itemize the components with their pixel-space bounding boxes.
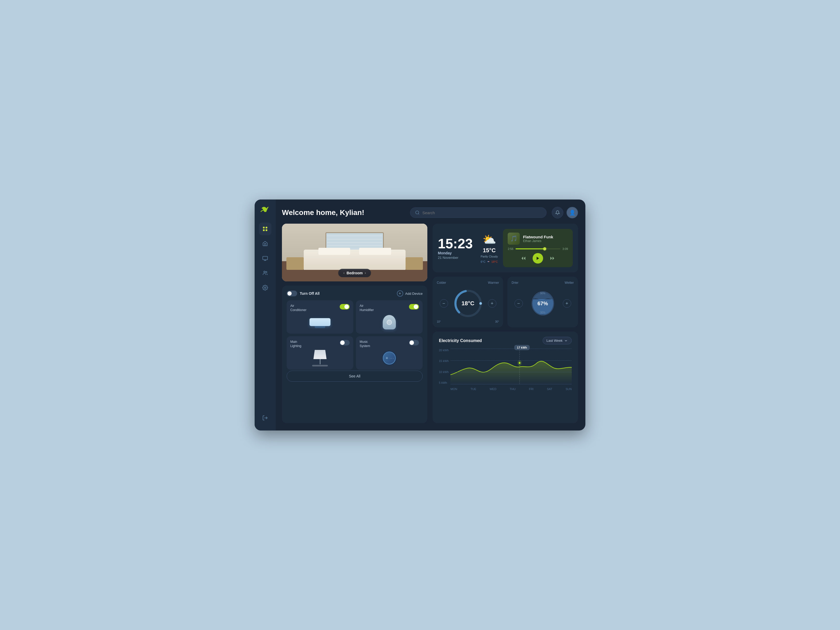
humidity-increase-button[interactable]: + — [563, 299, 571, 308]
see-all-button[interactable]: See All — [287, 371, 423, 382]
period-selector-button[interactable]: Last Week — [543, 337, 572, 344]
temp-increase-button[interactable]: + — [488, 299, 496, 308]
chart-y-labels: 20 kWh 15 kWh 10 kWh 5 kWh — [439, 349, 448, 384]
device-name: MusicSystem — [360, 340, 370, 348]
toggle-knob — [287, 291, 292, 295]
speaker-icon — [383, 352, 396, 365]
svg-point-7 — [264, 287, 266, 289]
progress-section: 2:56 3:09 — [508, 247, 568, 250]
music-system-toggle[interactable] — [409, 340, 419, 346]
humidity-decrease-button[interactable]: − — [515, 299, 523, 308]
svg-point-13 — [387, 357, 387, 357]
air-conditioner-toggle[interactable] — [339, 304, 350, 309]
device-card-header: AirHumidifier — [360, 304, 419, 312]
humidity-value: 67% — [537, 300, 548, 306]
weather-min: 6°C — [481, 260, 485, 263]
weather-max: 18°C — [491, 260, 498, 263]
progress-current: 2:56 — [508, 247, 513, 250]
music-player: 🎵 Flatwound Funk Ethan James 2:56 — [503, 229, 573, 267]
sidebar-item-users[interactable] — [259, 267, 272, 279]
device-grid: AirConditioner — [287, 300, 423, 369]
chevron-down-icon — [564, 339, 568, 343]
user-avatar[interactable]: 👤 — [567, 207, 578, 218]
play-button[interactable] — [533, 253, 543, 264]
device-card-header: MainLighting — [291, 340, 350, 348]
room-next-chevron[interactable]: › — [365, 271, 366, 275]
sidebar-item-dashboard[interactable] — [259, 223, 272, 235]
time-display: 15:23 — [438, 237, 473, 250]
electricity-header: Electricity Consumed Last Week — [439, 337, 572, 344]
app-container: Welcome home, Kylian! 👤 — [255, 199, 585, 431]
temperature-card: Colder Warmer − — [433, 277, 503, 327]
toggle-knob — [344, 305, 349, 309]
x-label-wed: WED — [489, 387, 496, 391]
search-bar[interactable] — [410, 207, 546, 218]
progress-bar[interactable] — [516, 248, 561, 249]
info-card: 15:23 Monday 21 November ⛅ 15°C Partly C… — [433, 224, 578, 273]
main-lighting-toggle[interactable] — [339, 340, 350, 346]
svg-rect-2 — [263, 229, 265, 231]
y-label-20: 20 kWh — [439, 349, 448, 352]
progress-fill — [516, 248, 545, 249]
humidity-high-label: 90% — [540, 292, 545, 295]
turn-off-all-toggle[interactable] — [287, 291, 297, 296]
music-controls — [508, 253, 568, 264]
day-display: Monday — [438, 251, 473, 255]
page-title: Welcome home, Kylian! — [282, 208, 364, 217]
add-device-button[interactable]: + Add Device — [397, 291, 423, 297]
temp-min-label: 10° — [437, 320, 441, 323]
temp-warm-label: Warmer — [488, 281, 499, 284]
y-label-10: 10 kWh — [439, 370, 448, 374]
temperature-value: 18°C — [461, 300, 474, 307]
room-prev-chevron[interactable]: ‹ — [343, 271, 344, 275]
temperature-header: Colder Warmer — [437, 281, 499, 284]
notification-button[interactable] — [552, 207, 563, 218]
forward-button[interactable] — [549, 256, 555, 261]
gridline-15 — [450, 360, 572, 361]
toggle-knob — [340, 341, 345, 345]
weather-range: 6°C 18°C — [481, 260, 498, 263]
temperature-gauge-labels: 10° 30° — [437, 320, 499, 323]
left-column: ‹ Bedroom › Turn Off All — [282, 224, 427, 423]
chart-main: 17 kWh — [450, 349, 572, 384]
x-label-mon: MON — [450, 387, 457, 391]
sidebar-item-settings[interactable] — [259, 281, 272, 294]
search-input[interactable] — [422, 210, 542, 215]
turn-off-all: Turn Off All — [287, 291, 319, 296]
toggle-knob — [409, 341, 414, 345]
sidebar-nav — [259, 223, 272, 412]
svg-rect-3 — [266, 229, 267, 231]
temp-decrease-button[interactable]: − — [440, 299, 448, 308]
app-logo[interactable] — [261, 206, 270, 214]
sidebar-item-logout[interactable] — [259, 412, 272, 424]
weather-icon: ⛅ — [483, 233, 496, 246]
x-label-fri: FRI — [529, 387, 534, 391]
ac-unit-icon — [309, 318, 330, 326]
svg-point-9 — [415, 211, 419, 214]
humidity-drier-label: Drier — [512, 281, 518, 284]
chart-area: 20 kWh 15 kWh 10 kWh 5 kWh — [439, 349, 572, 391]
rewind-icon — [521, 256, 526, 261]
air-humidifier-toggle[interactable] — [409, 304, 419, 309]
chart-x-labels: MON TUE WED THU FRI SAT SUN — [450, 387, 572, 391]
header-icons: 👤 — [552, 207, 578, 218]
music-info: Flatwound Funk Ethan James — [523, 235, 568, 243]
svg-point-16 — [388, 358, 389, 358]
svg-point-20 — [479, 302, 482, 305]
weather-range-bar — [488, 261, 489, 262]
x-label-thu: THU — [510, 387, 516, 391]
device-card-header: AirConditioner — [291, 304, 350, 312]
main-lighting-icon — [291, 350, 350, 366]
sidebar-item-home[interactable] — [259, 237, 272, 250]
sidebar-item-devices[interactable] — [259, 252, 272, 265]
music-artist: Ethan James — [523, 239, 568, 243]
gridline-5 — [450, 384, 572, 384]
rewind-button[interactable] — [521, 256, 526, 261]
plus-circle-icon: + — [397, 291, 403, 297]
svg-point-6 — [266, 272, 267, 273]
sidebar — [255, 199, 276, 431]
gridline-20 — [450, 349, 572, 349]
humidity-low-label: 30% — [540, 311, 545, 314]
svg-point-25 — [518, 362, 521, 364]
weather-desc: Partly Cloudy — [481, 255, 498, 258]
